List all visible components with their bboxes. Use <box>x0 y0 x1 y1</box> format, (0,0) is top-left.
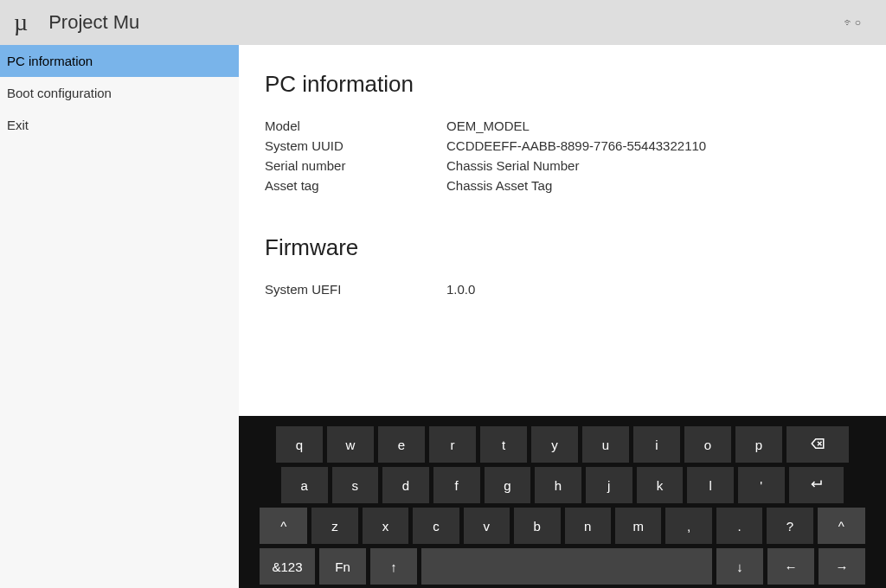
key-c[interactable]: c <box>413 508 459 544</box>
key-i[interactable]: i <box>633 426 680 463</box>
info-row: Asset tag Chassis Asset Tag <box>265 178 860 193</box>
key-k[interactable]: k <box>637 467 684 503</box>
info-label-system-uefi: System UEFI <box>265 282 446 297</box>
key-n[interactable]: n <box>565 508 611 544</box>
info-value-serial-number: Chassis Serial Number <box>446 158 860 173</box>
key-down[interactable]: ↓ <box>716 548 763 585</box>
app-logo: µ <box>14 9 28 36</box>
key-a[interactable]: a <box>281 467 328 503</box>
info-value-system-uefi: 1.0.0 <box>446 282 860 297</box>
sidebar-item-label: PC information <box>7 54 93 68</box>
key-enter[interactable] <box>789 467 844 503</box>
info-label-asset-tag: Asset tag <box>265 178 446 193</box>
key-j[interactable]: j <box>586 467 632 503</box>
key-question[interactable]: ? <box>767 508 812 544</box>
app-title: Project Mu <box>48 11 139 34</box>
info-value-model: OEM_MODEL <box>446 118 860 133</box>
header-status-icons: ᯤ○ <box>844 16 862 29</box>
key-u[interactable]: u <box>582 426 629 463</box>
key-space[interactable] <box>421 548 712 585</box>
key-left[interactable]: ← <box>767 548 814 585</box>
key-shift-left[interactable]: ^ <box>260 508 307 544</box>
info-row: Serial number Chassis Serial Number <box>265 158 860 173</box>
sidebar: PC information Boot configuration Exit <box>0 45 239 588</box>
section-title-pc-information: PC information <box>265 71 860 98</box>
key-b[interactable]: b <box>514 508 560 544</box>
app-header: µ Project Mu ᯤ○ <box>0 0 886 45</box>
key-l[interactable]: l <box>687 467 734 503</box>
key-apostrophe[interactable]: ' <box>738 467 785 503</box>
key-f[interactable]: f <box>433 467 480 503</box>
info-label-system-uuid: System UUID <box>265 138 446 153</box>
key-v[interactable]: v <box>464 508 510 544</box>
info-row: System UEFI 1.0.0 <box>265 282 860 297</box>
key-backspace[interactable] <box>786 426 849 463</box>
section-title-firmware: Firmware <box>265 234 860 261</box>
key-up[interactable]: ↑ <box>370 548 417 585</box>
key-m[interactable]: m <box>615 508 661 544</box>
key-symbols[interactable]: &123 <box>260 548 315 585</box>
key-t[interactable]: t <box>480 426 527 463</box>
key-q[interactable]: q <box>276 426 323 463</box>
sidebar-item-label: Boot configuration <box>7 86 112 100</box>
key-y[interactable]: y <box>531 426 578 463</box>
info-label-serial-number: Serial number <box>265 158 446 173</box>
sidebar-item-label: Exit <box>7 118 29 132</box>
info-row: Model OEM_MODEL <box>265 118 860 133</box>
backspace-icon <box>810 436 825 454</box>
key-o[interactable]: o <box>684 426 731 463</box>
info-row: System UUID CCDDEEFF-AABB-8899-7766-5544… <box>265 138 860 153</box>
main-content: PC information Model OEM_MODEL System UU… <box>239 45 886 588</box>
key-z[interactable]: z <box>311 508 357 544</box>
info-label-model: Model <box>265 118 446 133</box>
key-period[interactable]: . <box>716 508 762 544</box>
enter-icon <box>808 476 824 495</box>
key-w[interactable]: w <box>327 426 374 463</box>
info-value-asset-tag: Chassis Asset Tag <box>446 178 860 193</box>
sidebar-item-exit[interactable]: Exit <box>0 109 239 141</box>
key-fn[interactable]: Fn <box>319 548 366 585</box>
key-shift-right[interactable]: ^ <box>818 508 865 544</box>
sidebar-item-pc-information[interactable]: PC information <box>0 45 239 77</box>
info-value-system-uuid: CCDDEEFF-AABB-8899-7766-55443322110 <box>446 138 860 153</box>
key-right[interactable]: → <box>819 548 865 585</box>
key-comma[interactable]: , <box>665 508 711 544</box>
key-e[interactable]: e <box>378 426 425 463</box>
key-r[interactable]: r <box>429 426 476 463</box>
key-g[interactable]: g <box>485 467 531 503</box>
sidebar-item-boot-configuration[interactable]: Boot configuration <box>0 77 239 109</box>
on-screen-keyboard: q w e r t y u i o p a s d <box>239 416 886 588</box>
key-d[interactable]: d <box>382 467 429 503</box>
key-s[interactable]: s <box>332 467 379 503</box>
key-p[interactable]: p <box>735 426 782 463</box>
key-x[interactable]: x <box>363 508 408 544</box>
key-h[interactable]: h <box>535 467 581 503</box>
